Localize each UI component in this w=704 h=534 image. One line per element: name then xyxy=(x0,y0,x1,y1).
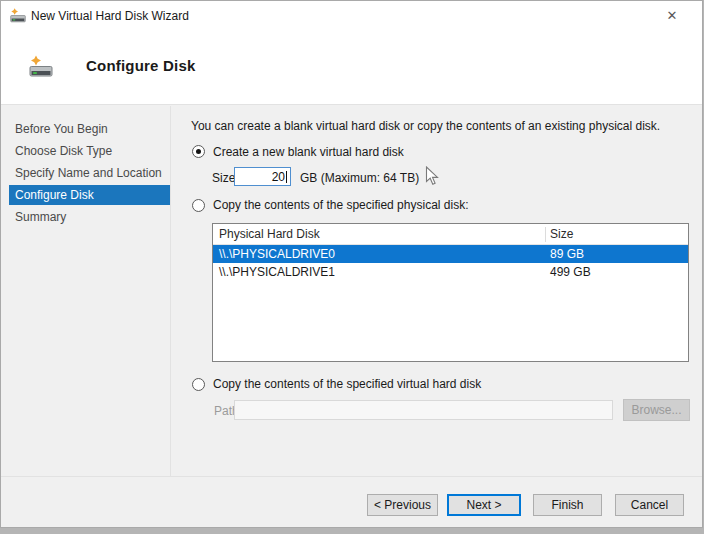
new-disk-icon xyxy=(29,55,53,78)
disk-list-header: Physical Hard Disk Size xyxy=(213,224,688,245)
sidebar-divider xyxy=(170,106,171,476)
sidebar-item-summary[interactable]: Summary xyxy=(9,207,170,227)
sidebar-item-before-you-begin[interactable]: Before You Begin xyxy=(9,119,170,139)
wizard-header-area: New Virtual Hard Disk Wizard ✕ Configure… xyxy=(1,1,702,105)
previous-button[interactable]: < Previous xyxy=(367,494,438,516)
close-icon[interactable]: ✕ xyxy=(659,6,685,26)
intro-text: You can create a blank virtual hard disk… xyxy=(191,119,660,133)
radio-create-blank[interactable] xyxy=(192,145,205,158)
radio-copy-virtual-label[interactable]: Copy the contents of the specified virtu… xyxy=(213,377,481,391)
finish-button[interactable]: Finish xyxy=(533,494,602,516)
new-disk-icon xyxy=(10,8,26,23)
disk-size: 89 GB xyxy=(550,245,584,263)
radio-create-blank-label[interactable]: Create a new blank virtual hard disk xyxy=(213,145,404,159)
sidebar-item-configure-disk[interactable]: Configure Disk xyxy=(9,185,170,205)
size-maximum-text: GB (Maximum: 64 TB) xyxy=(300,171,419,185)
table-row-physicaldrive1[interactable]: \\.\PHYSICALDRIVE1 499 GB xyxy=(213,263,688,281)
cancel-button[interactable]: Cancel xyxy=(615,494,684,516)
column-header-size: Size xyxy=(550,224,573,245)
wizard-window: New Virtual Hard Disk Wizard ✕ Configure… xyxy=(0,0,703,528)
window-title: New Virtual Hard Disk Wizard xyxy=(31,1,189,31)
path-input[interactable] xyxy=(234,400,613,420)
size-value: 20 xyxy=(272,170,285,184)
mouse-cursor xyxy=(425,166,439,186)
table-row-physicaldrive0[interactable]: \\.\PHYSICALDRIVE0 89 GB xyxy=(213,245,688,263)
physical-disk-list: Physical Hard Disk Size \\.\PHYSICALDRIV… xyxy=(212,223,689,362)
column-divider xyxy=(545,227,546,242)
disk-name: \\.\PHYSICALDRIVE0 xyxy=(219,245,335,263)
disk-name: \\.\PHYSICALDRIVE1 xyxy=(219,263,335,281)
footer-divider xyxy=(1,476,702,477)
text-caret xyxy=(286,171,287,183)
next-button[interactable]: Next > xyxy=(447,494,521,516)
column-header-physical-hard-disk: Physical Hard Disk xyxy=(219,224,320,245)
browse-button[interactable]: Browse... xyxy=(623,399,690,421)
radio-copy-virtual[interactable] xyxy=(192,378,205,391)
page-title: Configure Disk xyxy=(86,57,195,74)
size-input[interactable]: 20 xyxy=(234,167,291,186)
radio-copy-physical[interactable] xyxy=(192,199,205,212)
disk-size: 499 GB xyxy=(550,263,591,281)
sidebar-item-specify-name-and-location[interactable]: Specify Name and Location xyxy=(9,163,170,183)
sidebar-item-choose-disk-type[interactable]: Choose Disk Type xyxy=(9,141,170,161)
radio-copy-physical-label[interactable]: Copy the contents of the specified physi… xyxy=(213,198,468,212)
